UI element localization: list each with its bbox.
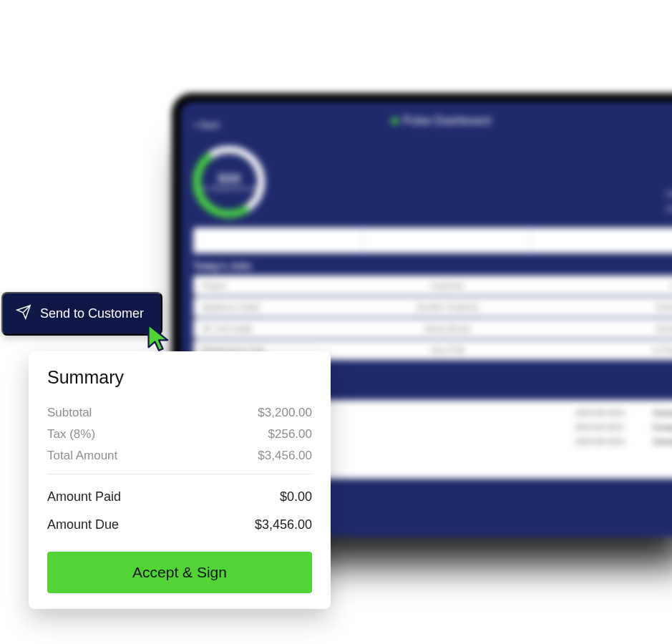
summary-row-amount-paid: Amount Paid $0.00 [47, 483, 312, 511]
total-label: Total Amount [47, 449, 117, 463]
send-to-customer-label: Send to Customer [40, 306, 144, 321]
send-to-customer-button[interactable]: Send to Customer [1, 292, 162, 336]
todays-jobs-header: Today's Jobs [193, 260, 672, 271]
tablet-title: Pulse Dashboard [391, 114, 491, 127]
tax-value: $256.00 [268, 427, 312, 441]
amount-due-value: $3,456.00 [255, 517, 312, 532]
subtotal-value: $3,200.00 [258, 406, 312, 420]
table-row[interactable]: Appliance InstallJennifer FrederickSched… [193, 297, 672, 317]
summary-row-amount-due: Amount Due $3,456.00 [47, 511, 312, 539]
subtotal-label: Subtotal [47, 406, 92, 420]
divider [47, 474, 312, 474]
table-row[interactable]: AC Unit InstallJames BrownScheduled [193, 318, 672, 338]
gauge-label: RECOMMENDATIONS [197, 185, 261, 192]
total-value: $3,456.00 [258, 449, 312, 463]
tax-label: Tax (8%) [47, 427, 95, 441]
paper-plane-icon [16, 304, 31, 323]
amount-paid-label: Amount Paid [47, 489, 121, 504]
table-row: ProjectCustomerStatus [193, 275, 672, 296]
recommendation-gauge: 5/24 RECOMMENDATIONS [193, 146, 265, 218]
header-right-info: JD Price List Price List [666, 173, 672, 217]
cursor-icon [146, 323, 172, 355]
tablet-title-text: Pulse Dashboard [403, 114, 491, 127]
summary-title: Summary [47, 367, 312, 388]
summary-card: Summary Subtotal $3,200.00 Tax (8%) $256… [29, 351, 331, 609]
status-dot-icon [391, 117, 399, 125]
back-button[interactable]: < Back [193, 120, 220, 130]
amount-due-label: Amount Due [47, 517, 119, 532]
gauge-value: 5/24 [218, 172, 240, 185]
summary-row-subtotal: Subtotal $3,200.00 [47, 402, 312, 424]
accept-and-sign-button[interactable]: Accept & Sign [47, 552, 312, 593]
tablet-tabs[interactable] [193, 228, 672, 253]
summary-row-total: Total Amount $3,456.00 [47, 445, 312, 467]
summary-row-tax: Tax (8%) $256.00 [47, 424, 312, 445]
amount-paid-value: $0.00 [280, 489, 312, 504]
